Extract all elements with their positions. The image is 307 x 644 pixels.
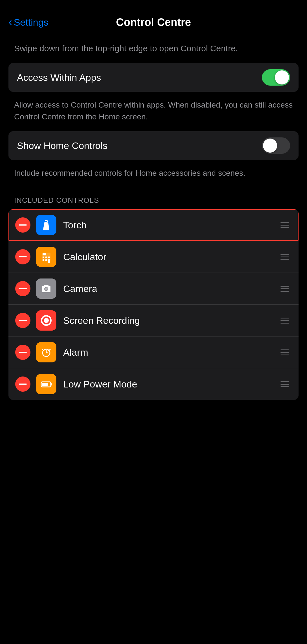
show-home-controls-toggle[interactable] — [262, 137, 290, 154]
low-power-drag-handle[interactable] — [278, 378, 292, 390]
access-within-apps-description: Allow access to Control Centre within ap… — [0, 95, 307, 131]
alarm-label: Alarm — [63, 347, 278, 358]
control-item-camera: Camera — [8, 273, 299, 305]
remove-low-power-button[interactable] — [15, 376, 30, 392]
alarm-drag-handle[interactable] — [278, 347, 292, 358]
control-item-low-power-mode: Low Power Mode — [8, 368, 299, 400]
access-within-apps-label: Access Within Apps — [17, 72, 101, 83]
svg-rect-9 — [45, 259, 47, 261]
record-dot — [44, 318, 49, 323]
torch-app-icon — [36, 215, 56, 235]
svg-rect-4 — [43, 253, 46, 255]
access-within-apps-group: Access Within Apps — [8, 63, 299, 92]
torch-icon — [41, 220, 52, 230]
torch-label: Torch — [63, 220, 278, 231]
header: ‹ Settings Control Centre — [0, 0, 307, 36]
camera-drag-handle[interactable] — [278, 283, 292, 295]
camera-label: Camera — [63, 283, 278, 294]
calculator-app-icon — [36, 247, 56, 267]
toggle-knob-2 — [263, 139, 277, 153]
battery-icon — [40, 378, 52, 390]
access-within-apps-row: Access Within Apps — [8, 63, 299, 92]
control-item-torch: Torch — [8, 209, 299, 241]
svg-rect-19 — [51, 383, 52, 385]
show-home-controls-row: Show Home Controls — [8, 131, 299, 160]
remove-calculator-button[interactable] — [15, 249, 30, 264]
svg-point-12 — [45, 288, 48, 290]
show-home-controls-label: Show Home Controls — [17, 140, 107, 151]
alarm-icon — [40, 346, 52, 358]
svg-rect-7 — [48, 257, 50, 258]
control-item-screen-recording: Screen Recording — [8, 305, 299, 337]
back-button[interactable]: ‹ Settings — [8, 17, 48, 28]
remove-screen-recording-button[interactable] — [15, 313, 30, 328]
access-within-apps-toggle[interactable] — [262, 69, 290, 86]
show-home-controls-group: Show Home Controls — [8, 131, 299, 160]
low-power-label: Low Power Mode — [63, 379, 278, 390]
controls-list: Torch Calculator — [8, 209, 299, 400]
toggle-knob — [275, 70, 289, 84]
show-home-controls-description: Include recommended controls for Home ac… — [0, 163, 307, 188]
svg-rect-8 — [43, 259, 44, 261]
calculator-label: Calculator — [63, 251, 278, 262]
screen-recording-drag-handle[interactable] — [278, 315, 292, 326]
low-power-app-icon — [36, 374, 56, 394]
screen-recording-label: Screen Recording — [63, 315, 278, 326]
svg-rect-5 — [43, 257, 44, 258]
svg-rect-10 — [48, 259, 50, 263]
control-item-calculator: Calculator — [8, 241, 299, 273]
svg-rect-20 — [42, 383, 48, 386]
camera-app-icon — [36, 278, 56, 299]
control-item-alarm: Alarm — [8, 337, 299, 368]
remove-torch-button[interactable] — [15, 217, 30, 233]
svg-rect-6 — [45, 257, 47, 258]
page-title: Control Centre — [116, 16, 191, 28]
calculator-icon — [40, 251, 52, 263]
included-controls-header: INCLUDED CONTROLS — [0, 188, 307, 209]
svg-marker-1 — [43, 222, 49, 230]
calculator-drag-handle[interactable] — [278, 251, 292, 263]
remove-camera-button[interactable] — [15, 281, 30, 296]
top-description: Swipe down from the top-right edge to op… — [0, 36, 307, 63]
svg-rect-2 — [45, 221, 47, 222]
camera-icon — [40, 283, 52, 295]
record-icon — [41, 315, 52, 326]
screen-recording-app-icon — [36, 310, 56, 331]
back-label: Settings — [14, 17, 48, 28]
back-chevron-icon: ‹ — [8, 17, 12, 27]
alarm-app-icon — [36, 342, 56, 362]
torch-drag-handle[interactable] — [278, 219, 292, 231]
remove-alarm-button[interactable] — [15, 345, 30, 360]
